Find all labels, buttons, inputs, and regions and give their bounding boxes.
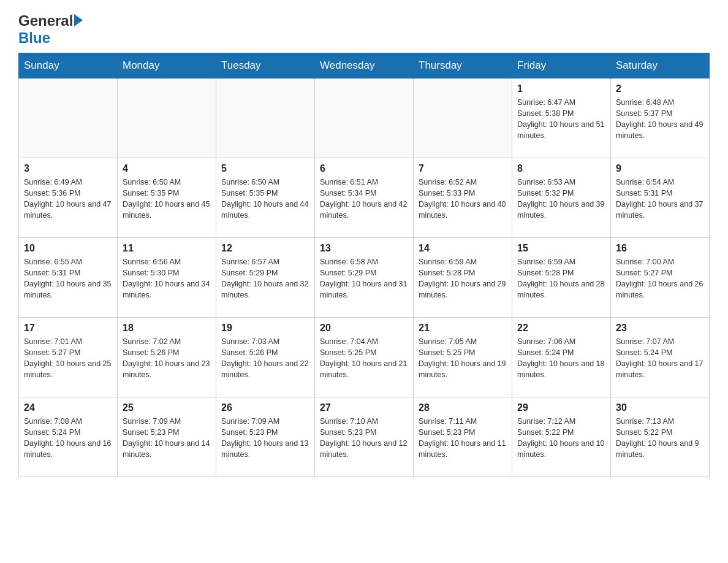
day-number: 1 [517, 83, 605, 94]
day-number: 11 [123, 243, 211, 254]
calendar-cell: 9Sunrise: 6:54 AM Sunset: 5:31 PM Daylig… [611, 158, 710, 238]
day-number: 23 [616, 323, 704, 334]
calendar-week-row: 17Sunrise: 7:01 AM Sunset: 5:27 PM Dayli… [19, 318, 710, 397]
calendar-cell: 18Sunrise: 7:02 AM Sunset: 5:26 PM Dayli… [118, 318, 216, 397]
day-info: Sunrise: 6:57 AM Sunset: 5:29 PM Dayligh… [221, 256, 309, 301]
calendar-header-tuesday: Tuesday [216, 53, 315, 79]
day-number: 30 [616, 402, 704, 413]
calendar-cell: 16Sunrise: 7:00 AM Sunset: 5:27 PM Dayli… [611, 238, 710, 318]
day-info: Sunrise: 7:02 AM Sunset: 5:26 PM Dayligh… [123, 336, 211, 381]
calendar-cell: 30Sunrise: 7:13 AM Sunset: 5:22 PM Dayli… [611, 397, 710, 477]
logo-arrow-icon [74, 14, 83, 26]
calendar-week-row: 1Sunrise: 6:47 AM Sunset: 5:38 PM Daylig… [19, 79, 710, 158]
day-info: Sunrise: 6:59 AM Sunset: 5:28 PM Dayligh… [419, 256, 507, 301]
day-info: Sunrise: 7:09 AM Sunset: 5:23 PM Dayligh… [123, 416, 211, 461]
calendar-cell: 26Sunrise: 7:09 AM Sunset: 5:23 PM Dayli… [216, 397, 315, 477]
calendar-cell [216, 79, 315, 158]
day-number: 13 [320, 243, 408, 254]
day-number: 6 [320, 163, 408, 174]
calendar-header-friday: Friday [512, 53, 611, 79]
day-number: 29 [517, 402, 605, 413]
day-info: Sunrise: 6:49 AM Sunset: 5:36 PM Dayligh… [24, 177, 112, 221]
calendar-cell [19, 79, 118, 158]
calendar-cell: 7Sunrise: 6:52 AM Sunset: 5:33 PM Daylig… [414, 158, 512, 238]
day-number: 9 [616, 163, 704, 174]
day-info: Sunrise: 6:47 AM Sunset: 5:38 PM Dayligh… [517, 97, 605, 142]
day-info: Sunrise: 6:50 AM Sunset: 5:35 PM Dayligh… [123, 177, 211, 221]
calendar-week-row: 10Sunrise: 6:55 AM Sunset: 5:31 PM Dayli… [19, 238, 710, 318]
day-info: Sunrise: 7:09 AM Sunset: 5:23 PM Dayligh… [221, 416, 309, 461]
day-info: Sunrise: 7:06 AM Sunset: 5:24 PM Dayligh… [517, 336, 605, 381]
calendar-header-saturday: Saturday [611, 53, 710, 79]
day-info: Sunrise: 7:03 AM Sunset: 5:26 PM Dayligh… [221, 336, 309, 381]
day-number: 4 [123, 163, 211, 174]
calendar-cell: 28Sunrise: 7:11 AM Sunset: 5:23 PM Dayli… [414, 397, 512, 477]
day-info: Sunrise: 7:11 AM Sunset: 5:23 PM Dayligh… [419, 416, 507, 461]
calendar-week-row: 3Sunrise: 6:49 AM Sunset: 5:36 PM Daylig… [19, 158, 710, 238]
calendar-cell: 25Sunrise: 7:09 AM Sunset: 5:23 PM Dayli… [118, 397, 216, 477]
day-number: 3 [24, 163, 112, 174]
page-header: General Blue [18, 12, 710, 47]
day-number: 17 [24, 323, 112, 334]
calendar-cell: 23Sunrise: 7:07 AM Sunset: 5:24 PM Dayli… [611, 318, 710, 397]
calendar-cell: 5Sunrise: 6:50 AM Sunset: 5:35 PM Daylig… [216, 158, 315, 238]
calendar-cell: 15Sunrise: 6:59 AM Sunset: 5:28 PM Dayli… [512, 238, 611, 318]
day-number: 5 [221, 163, 309, 174]
day-info: Sunrise: 6:59 AM Sunset: 5:28 PM Dayligh… [517, 256, 605, 301]
day-number: 20 [320, 323, 408, 334]
calendar-cell: 10Sunrise: 6:55 AM Sunset: 5:31 PM Dayli… [19, 238, 118, 318]
day-number: 22 [517, 323, 605, 334]
calendar-cell: 17Sunrise: 7:01 AM Sunset: 5:27 PM Dayli… [19, 318, 118, 397]
day-info: Sunrise: 7:10 AM Sunset: 5:23 PM Dayligh… [320, 416, 408, 461]
logo: General Blue [18, 12, 83, 47]
day-number: 25 [123, 402, 211, 413]
calendar-cell: 13Sunrise: 6:58 AM Sunset: 5:29 PM Dayli… [315, 238, 414, 318]
calendar-cell: 12Sunrise: 6:57 AM Sunset: 5:29 PM Dayli… [216, 238, 315, 318]
calendar-cell [315, 79, 414, 158]
day-info: Sunrise: 6:55 AM Sunset: 5:31 PM Dayligh… [24, 256, 112, 301]
day-number: 26 [221, 402, 309, 413]
day-info: Sunrise: 7:01 AM Sunset: 5:27 PM Dayligh… [24, 336, 112, 381]
day-number: 21 [419, 323, 507, 334]
calendar-cell: 20Sunrise: 7:04 AM Sunset: 5:25 PM Dayli… [315, 318, 414, 397]
calendar-cell: 19Sunrise: 7:03 AM Sunset: 5:26 PM Dayli… [216, 318, 315, 397]
calendar-cell: 8Sunrise: 6:53 AM Sunset: 5:32 PM Daylig… [512, 158, 611, 238]
logo-blue-text: Blue [18, 29, 50, 46]
day-number: 18 [123, 323, 211, 334]
calendar-cell: 1Sunrise: 6:47 AM Sunset: 5:38 PM Daylig… [512, 79, 611, 158]
day-number: 2 [616, 83, 704, 94]
day-info: Sunrise: 6:51 AM Sunset: 5:34 PM Dayligh… [320, 177, 408, 221]
calendar-cell: 21Sunrise: 7:05 AM Sunset: 5:25 PM Dayli… [414, 318, 512, 397]
calendar-table: SundayMondayTuesdayWednesdayThursdayFrid… [18, 53, 710, 477]
calendar-cell: 11Sunrise: 6:56 AM Sunset: 5:30 PM Dayli… [118, 238, 216, 318]
day-number: 10 [24, 243, 112, 254]
calendar-cell: 14Sunrise: 6:59 AM Sunset: 5:28 PM Dayli… [414, 238, 512, 318]
calendar-cell: 2Sunrise: 6:48 AM Sunset: 5:37 PM Daylig… [611, 79, 710, 158]
day-info: Sunrise: 6:50 AM Sunset: 5:35 PM Dayligh… [221, 177, 309, 221]
calendar-cell: 27Sunrise: 7:10 AM Sunset: 5:23 PM Dayli… [315, 397, 414, 477]
calendar-cell: 29Sunrise: 7:12 AM Sunset: 5:22 PM Dayli… [512, 397, 611, 477]
calendar-cell: 24Sunrise: 7:08 AM Sunset: 5:24 PM Dayli… [19, 397, 118, 477]
calendar-cell: 3Sunrise: 6:49 AM Sunset: 5:36 PM Daylig… [19, 158, 118, 238]
day-info: Sunrise: 6:58 AM Sunset: 5:29 PM Dayligh… [320, 256, 408, 301]
day-number: 8 [517, 163, 605, 174]
day-number: 28 [419, 402, 507, 413]
day-info: Sunrise: 6:52 AM Sunset: 5:33 PM Dayligh… [419, 177, 507, 221]
day-info: Sunrise: 7:12 AM Sunset: 5:22 PM Dayligh… [517, 416, 605, 461]
calendar-header-wednesday: Wednesday [315, 53, 414, 79]
calendar-week-row: 24Sunrise: 7:08 AM Sunset: 5:24 PM Dayli… [19, 397, 710, 477]
day-info: Sunrise: 7:07 AM Sunset: 5:24 PM Dayligh… [616, 336, 704, 381]
day-info: Sunrise: 6:54 AM Sunset: 5:31 PM Dayligh… [616, 177, 704, 221]
logo-general-text: General [18, 12, 73, 29]
calendar-header-monday: Monday [118, 53, 216, 79]
calendar-cell: 22Sunrise: 7:06 AM Sunset: 5:24 PM Dayli… [512, 318, 611, 397]
day-number: 19 [221, 323, 309, 334]
calendar-cell: 6Sunrise: 6:51 AM Sunset: 5:34 PM Daylig… [315, 158, 414, 238]
day-number: 15 [517, 243, 605, 254]
day-number: 14 [419, 243, 507, 254]
day-info: Sunrise: 6:48 AM Sunset: 5:37 PM Dayligh… [616, 97, 704, 142]
day-number: 27 [320, 402, 408, 413]
calendar-header-row: SundayMondayTuesdayWednesdayThursdayFrid… [19, 53, 710, 79]
day-number: 16 [616, 243, 704, 254]
day-number: 12 [221, 243, 309, 254]
